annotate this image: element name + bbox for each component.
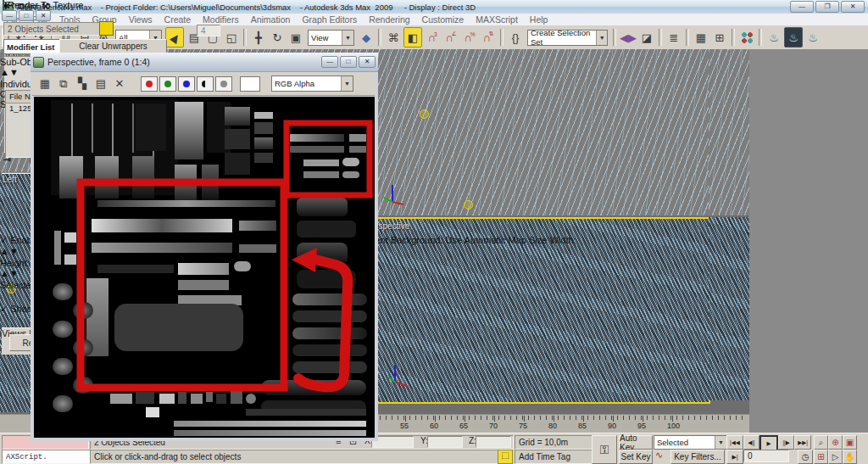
align-icon[interactable]: ◪: [638, 28, 655, 47]
isolate-cube-icon[interactable]: ⬚: [498, 450, 513, 464]
timeline-tick: [599, 416, 600, 420]
set-key-button[interactable]: Set Key: [619, 450, 653, 464]
y-coord-field[interactable]: [427, 436, 463, 448]
alpha-channel-icon[interactable]: [215, 76, 232, 92]
current-frame-field[interactable]: 0: [743, 450, 789, 462]
z-label: Z:: [465, 436, 476, 445]
maxscript-mini-listener[interactable]: AXScript.: [2, 450, 92, 464]
timeline-tick: [433, 416, 434, 420]
clone-window-icon[interactable]: ⧉: [55, 75, 72, 93]
timeline-tick: [421, 416, 422, 420]
timeline-label: 75: [519, 422, 527, 430]
timeline-tick: [516, 416, 517, 420]
channel-display-icon-glyph: ▚: [78, 77, 86, 90]
key-set-dropdown[interactable]: Selected▼: [654, 435, 727, 450]
timeline-tick: [730, 416, 731, 420]
render-production-icon[interactable]: ♨: [804, 28, 821, 47]
key-filters-button[interactable]: Key Filters...: [670, 450, 725, 464]
rfw-minimize-button[interactable]: —: [321, 56, 338, 68]
pan-icon[interactable]: ✋: [843, 450, 857, 464]
transport-controls: |◀◀◀||▶||▶▶▶|: [726, 435, 811, 448]
window-controls: — ❐ ✕: [788, 1, 865, 13]
rtt-maximize-button[interactable]: □: [19, 10, 34, 21]
material-editor-icon[interactable]: [738, 28, 755, 47]
zoom-extents-all-icon[interactable]: ⊞: [814, 450, 828, 464]
monochrome-icon[interactable]: [197, 76, 214, 92]
rfw-maximize-button[interactable]: □: [340, 56, 357, 68]
minimize-button[interactable]: —: [790, 1, 814, 13]
add-time-tag[interactable]: Add Time Tag: [515, 450, 593, 464]
annotation-rect-large: [81, 182, 284, 388]
print-icon-glyph: ▤: [96, 77, 106, 90]
rendered-image[interactable]: [34, 97, 375, 438]
enable-checkbox[interactable]: ✓: [0, 235, 8, 245]
rtt-minimize-button[interactable]: —: [2, 10, 17, 21]
key-mode-toggle[interactable]: ▶|: [726, 450, 743, 464]
timeline-tick: [682, 416, 683, 420]
z-coord-field[interactable]: [476, 436, 511, 448]
timeline-tick: [564, 416, 565, 420]
curve-editor-icon[interactable]: ▦: [693, 28, 709, 47]
clear-icon-glyph: ✕: [115, 77, 125, 90]
channel-field[interactable]: 4: [197, 25, 220, 36]
timeline-label: 60: [430, 422, 438, 430]
zoom-all-icon[interactable]: ⊕: [828, 435, 843, 450]
timeline-tick: [676, 416, 677, 420]
render-setup-icon[interactable]: ♨: [765, 28, 782, 47]
clear-icon[interactable]: ✕: [111, 75, 128, 93]
rfw-titlebar[interactable]: Perspective, frame 0 (1:4) — □ ✕: [31, 53, 378, 72]
shadows-checkbox[interactable]: ✓: [0, 304, 8, 314]
close-button[interactable]: ✕: [841, 1, 865, 13]
timeline-tick: [653, 416, 654, 420]
layer-manager-icon[interactable]: ≣: [665, 28, 682, 47]
timeline-tick: [558, 416, 559, 420]
green-channel-icon[interactable]: [159, 76, 176, 92]
rtt-titlebar[interactable]: Render To Texture — □ ✕: [0, 0, 576, 21]
scroll-left-icon[interactable]: ◀: [6, 156, 10, 163]
zoom-icon[interactable]: ⌕: [814, 435, 828, 450]
time-configuration-icon[interactable]: ◷: [798, 450, 813, 464]
rendered-frame-window: Perspective, frame 0 (1:4) — □ ✕ ▦⧉▚▤✕ R…: [31, 53, 378, 441]
auto-key-button[interactable]: Auto Key: [619, 435, 653, 450]
chevron-down-icon[interactable]: ▼: [715, 436, 726, 449]
restore-button[interactable]: ❐: [815, 1, 839, 13]
schematic-view-icon[interactable]: ⊞: [711, 28, 728, 47]
save-bitmap-icon[interactable]: ▦: [36, 75, 53, 93]
clear-unwrappers-button[interactable]: Clear Unwrappers: [59, 39, 167, 53]
rtt-close-button[interactable]: ✕: [36, 10, 51, 21]
blue-channel-icon[interactable]: [178, 76, 195, 92]
channel-dropdown[interactable]: RGB Alpha▼: [271, 75, 353, 92]
fov-icon[interactable]: ▷: [828, 450, 843, 464]
default-in-out-tangent-icon[interactable]: ∿: [655, 450, 663, 461]
timeline-tick: [386, 416, 387, 420]
timeline-tick: [576, 416, 576, 420]
go-start-button[interactable]: |◀◀: [726, 435, 743, 450]
rendered-frame-icon[interactable]: ♨: [784, 27, 803, 48]
timeline-tick: [475, 416, 476, 420]
toolbar-separator: [659, 29, 662, 46]
layer-manager-icon-glyph: ≣: [670, 31, 679, 44]
viewport-front-edge[interactable]: [709, 49, 749, 215]
next-frame-button[interactable]: ||▶: [778, 435, 795, 450]
prev-frame-button[interactable]: ◀||: [743, 435, 760, 450]
background-color-swatch[interactable]: [240, 76, 260, 92]
material-spheres-icon: [741, 31, 753, 43]
red-channel-icon[interactable]: [141, 76, 158, 92]
timeline-major-tick: [613, 416, 614, 422]
mirror-icon[interactable]: ◀▶: [620, 28, 637, 47]
zoom-extents-icon[interactable]: ▣: [843, 435, 857, 450]
print-icon[interactable]: ▤: [92, 75, 109, 93]
timeline-tick: [742, 416, 743, 420]
channel-display-icon[interactable]: ▚: [74, 75, 91, 93]
chevron-down-icon[interactable]: ▼: [341, 76, 353, 91]
go-end-button[interactable]: ▶▶|: [794, 435, 811, 450]
timeline-tick: [629, 416, 630, 420]
timeline-tick: [552, 416, 553, 420]
rfw-close-button[interactable]: ✕: [359, 56, 376, 68]
annotation-rect-small: [287, 123, 370, 195]
chevron-down-icon[interactable]: ▼: [596, 31, 607, 45]
viewport-perspective-edge[interactable]: [709, 217, 749, 400]
timeline-tick: [380, 416, 381, 420]
set-key-mode-icon[interactable]: ⚿: [592, 435, 617, 464]
timeline-tick: [487, 416, 487, 420]
